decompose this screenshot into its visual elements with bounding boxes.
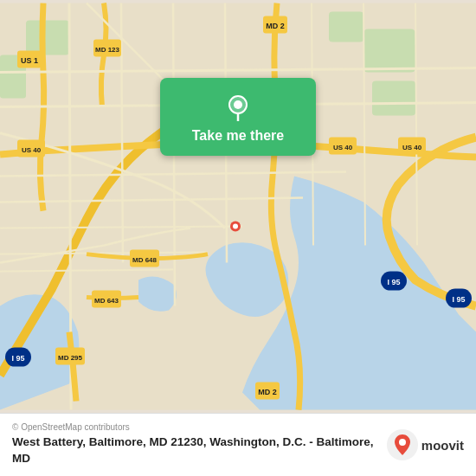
svg-text:I 95: I 95 [452, 295, 465, 304]
location-pin-icon [224, 93, 252, 121]
moovit-icon [387, 429, 418, 460]
svg-text:US 40: US 40 [402, 144, 422, 151]
location-title: West Battery, Baltimore, MD 21230, Washi… [12, 434, 376, 467]
svg-rect-3 [372, 81, 415, 116]
svg-text:MD 648: MD 648 [132, 256, 158, 264]
svg-rect-2 [329, 12, 363, 42]
svg-point-33 [233, 224, 238, 229]
popup-label: Take me there [192, 128, 284, 144]
svg-point-37 [399, 439, 406, 446]
moovit-brand-text: moovit [421, 438, 464, 453]
copyright-text: © OpenStreetMap contributors [12, 422, 376, 432]
svg-rect-1 [363, 29, 415, 73]
svg-text:US 1: US 1 [21, 56, 38, 65]
svg-text:I 95: I 95 [11, 354, 24, 363]
info-text-block: © OpenStreetMap contributors West Batter… [12, 422, 376, 467]
take-me-there-button[interactable]: Take me there [160, 78, 316, 156]
svg-text:MD 295: MD 295 [58, 354, 83, 362]
map-area: US 1 US 40 US 40 US 40 MD 123 MD 2 MD 2 … [0, 0, 476, 413]
svg-text:I 95: I 95 [387, 278, 400, 286]
svg-text:US 40: US 40 [22, 146, 42, 154]
app-container: US 1 US 40 US 40 US 40 MD 123 MD 2 MD 2 … [0, 0, 476, 476]
svg-text:MD 643: MD 643 [94, 297, 119, 305]
info-bar: © OpenStreetMap contributors West Batter… [0, 413, 476, 476]
svg-text:MD 2: MD 2 [258, 388, 277, 396]
map-svg: US 1 US 40 US 40 US 40 MD 123 MD 2 MD 2 … [0, 0, 476, 413]
svg-text:MD 123: MD 123 [95, 46, 120, 54]
svg-text:US 40: US 40 [333, 144, 353, 151]
moovit-logo: moovit [387, 429, 464, 460]
svg-rect-4 [26, 21, 69, 55]
svg-text:MD 2: MD 2 [266, 22, 285, 30]
svg-point-35 [234, 100, 242, 109]
